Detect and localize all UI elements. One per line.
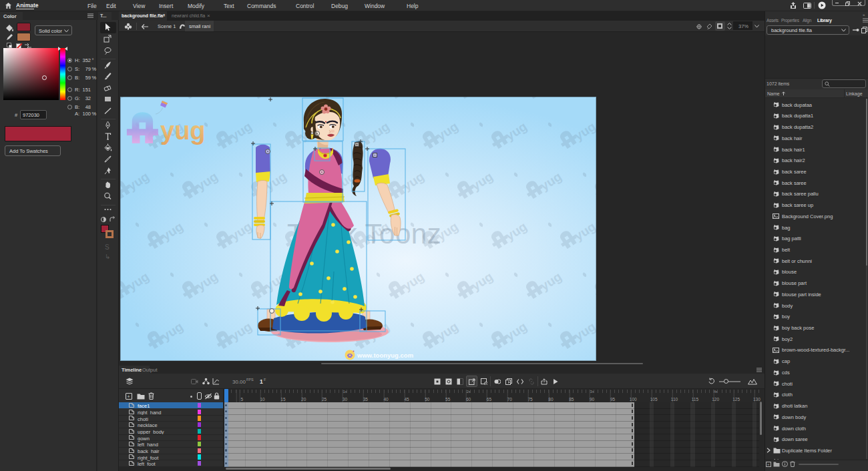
svg-text:yug: yug bbox=[160, 117, 206, 145]
svg-text:www.toonyug.com: www.toonyug.com bbox=[357, 352, 413, 359]
